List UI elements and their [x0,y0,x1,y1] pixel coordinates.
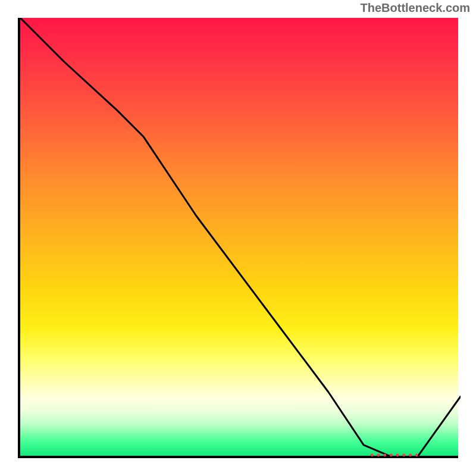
chart-plot-area: ● ● ● ● ● ● ● ● [18,18,458,458]
optimal-marker: ● ● ● ● ● ● ● ● [370,451,419,458]
attribution-watermark: TheBottleneck.com [361,1,470,15]
chart-curve-layer [20,18,461,458]
bottleneck-curve [20,18,461,458]
